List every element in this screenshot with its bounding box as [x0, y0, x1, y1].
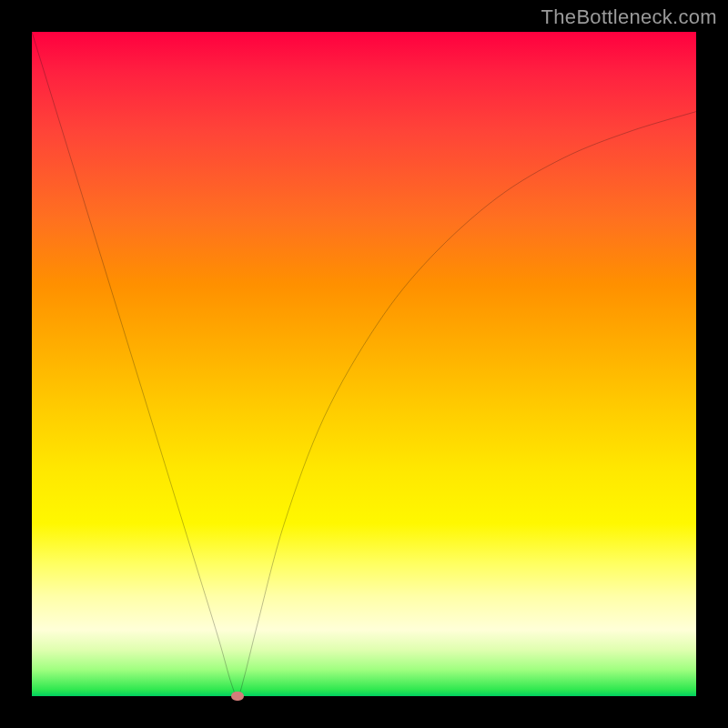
bottleneck-curve	[32, 32, 696, 696]
watermark-text: TheBottleneck.com	[541, 5, 717, 29]
optimum-marker	[231, 692, 244, 701]
chart-frame: TheBottleneck.com	[0, 0, 728, 728]
plot-area	[32, 32, 696, 696]
